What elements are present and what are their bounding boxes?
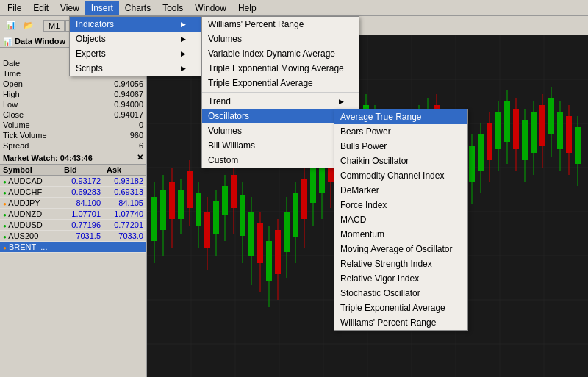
- list-item[interactable]: ● AUS200 7031.5 7033.0: [0, 231, 146, 242]
- svg-rect-44: [266, 241, 272, 281]
- date-label: Date: [0, 58, 76, 68]
- ind-tema[interactable]: Triple Exponential Moving Average: [202, 61, 359, 76]
- tick-volume-label: Tick Volume: [0, 130, 76, 140]
- ind-volumes2-label: Volumes: [208, 126, 242, 136]
- list-item[interactable]: ● AUDCHF 0.69283 0.69313: [0, 187, 146, 198]
- osc-bears[interactable]: Bears Power: [334, 124, 467, 139]
- mw-symbol: ● AUDJPY: [0, 198, 61, 209]
- data-row-tick-volume: Tick Volume 960: [0, 130, 146, 140]
- ind-tea[interactable]: Triple Exponential Average: [202, 76, 359, 90]
- svg-rect-36: [231, 175, 237, 208]
- menu-bar: File Edit View Insert Charts Tools Windo…: [0, 0, 588, 16]
- mw-scroll[interactable]: Symbol Bid Ask ● AUDCAD 0.93172 0.93182 …: [0, 165, 146, 377]
- osc-macd-label: MACD: [340, 215, 366, 225]
- low-value: 0.94000: [76, 99, 146, 109]
- spread-value: 6: [76, 140, 146, 151]
- menu-objects[interactable]: Objects ▶: [70, 32, 201, 46]
- high-value: 0.94067: [76, 89, 146, 99]
- ind-williams[interactable]: Williams' Percent Range: [202, 17, 359, 32]
- osc-force[interactable]: Force Index: [334, 198, 467, 212]
- mw-symbol: ● AUDUSD: [0, 220, 61, 231]
- osc-williams-label: Williams' Percent Range: [340, 317, 436, 328]
- menu-file[interactable]: File: [1, 1, 27, 15]
- osc-tea[interactable]: Triple Exponential Average: [334, 301, 467, 315]
- svg-rect-20: [160, 190, 166, 230]
- mw-table: Symbol Bid Ask ● AUDCAD 0.93172 0.93182 …: [0, 165, 146, 253]
- menu-edit[interactable]: Edit: [27, 1, 54, 15]
- dot-icon: ●: [3, 223, 7, 229]
- list-item[interactable]: ● AUDUSD 0.77196 0.77201: [0, 220, 146, 231]
- dot-icon: ●: [3, 201, 7, 207]
- svg-rect-42: [257, 223, 263, 263]
- osc-williams[interactable]: Williams' Percent Range: [334, 315, 467, 330]
- svg-rect-40: [248, 212, 254, 256]
- mw-header: Market Watch: 04:43:46 ✕: [0, 151, 146, 165]
- svg-rect-94: [487, 123, 492, 160]
- osc-mao-label: Moving Average of Oscillator: [340, 244, 453, 254]
- list-item[interactable]: ● AUDCAD 0.93172 0.93182: [0, 176, 146, 187]
- mw-close-icon[interactable]: ✕: [137, 153, 143, 162]
- tf-m1[interactable]: M1: [43, 20, 65, 32]
- mw-ask: 84.105: [104, 198, 146, 209]
- mw-symbol: ● BRENT_...: [0, 242, 61, 253]
- menu-charts[interactable]: Charts: [119, 1, 157, 15]
- svg-rect-34: [222, 186, 228, 215]
- oscillators-menu: Average True Range Bears Power Bulls Pow…: [334, 109, 468, 331]
- ind-oscillators-label: Oscillators: [208, 111, 249, 121]
- menu-indicators[interactable]: Indicators ▶: [70, 17, 201, 32]
- svg-rect-106: [539, 105, 545, 146]
- dot-icon: ●: [3, 190, 7, 196]
- svg-rect-100: [513, 109, 519, 149]
- osc-demarker[interactable]: DeMarker: [334, 183, 467, 198]
- svg-rect-24: [178, 190, 184, 219]
- mw-title: Market Watch: 04:43:46: [3, 154, 93, 162]
- mw-symbol: ● AUS200: [0, 231, 61, 242]
- osc-momentum[interactable]: Momentum: [334, 227, 467, 242]
- osc-force-label: Force Index: [340, 200, 387, 210]
- ind-trend[interactable]: Trend ▶: [202, 94, 359, 109]
- menu-insert[interactable]: Insert: [85, 1, 119, 15]
- menu-view[interactable]: View: [54, 1, 85, 15]
- indicators-arrow: ▶: [181, 21, 186, 28]
- left-panel: 📊 Data Window AUDCAD,H1 Date 2021.05.19 …: [0, 35, 147, 377]
- osc-stochastic[interactable]: Stochastic Oscillator: [334, 286, 467, 301]
- osc-chaikin[interactable]: Chaikin Oscillator: [334, 154, 467, 168]
- new-chart-btn[interactable]: 📊: [3, 18, 19, 34]
- menu-help[interactable]: Help: [232, 1, 262, 15]
- mw-ask: 0.69313: [104, 187, 146, 198]
- mw-bid: 0.93172: [61, 176, 104, 187]
- menu-experts[interactable]: Experts ▶: [70, 46, 201, 61]
- mw-bid: [61, 242, 104, 253]
- list-item[interactable]: ● AUDNZD 1.07701 1.07740: [0, 209, 146, 220]
- scripts-label: Scripts: [76, 63, 103, 73]
- list-item[interactable]: ● BRENT_...: [0, 242, 146, 253]
- experts-label: Experts: [76, 49, 106, 59]
- ind-volumes[interactable]: Volumes: [202, 32, 359, 46]
- svg-rect-108: [548, 98, 554, 134]
- menu-window[interactable]: Window: [189, 1, 232, 15]
- osc-mao[interactable]: Moving Average of Oscillator: [334, 242, 467, 256]
- svg-rect-48: [284, 212, 290, 252]
- menu-scripts[interactable]: Scripts ▶: [70, 61, 201, 76]
- market-watch: Market Watch: 04:43:46 ✕ Symbol Bid Ask …: [0, 151, 146, 377]
- osc-macd[interactable]: MACD: [334, 212, 467, 227]
- dot-icon: ●: [3, 212, 7, 218]
- svg-rect-30: [204, 212, 210, 248]
- ind-vidya[interactable]: Variable Index Dynamic Average: [202, 46, 359, 61]
- svg-rect-22: [169, 182, 175, 219]
- spread-label: Spread: [0, 140, 76, 151]
- high-label: High: [0, 89, 76, 99]
- osc-bulls[interactable]: Bulls Power: [334, 139, 467, 154]
- menu-tools[interactable]: Tools: [157, 1, 189, 15]
- osc-chaikin-label: Chaikin Oscillator: [340, 156, 409, 166]
- osc-rsi[interactable]: Relative Strength Index: [334, 256, 467, 271]
- osc-cci[interactable]: Commodity Channel Index: [334, 168, 467, 183]
- list-item[interactable]: ● AUDJPY 84.100 84.105: [0, 198, 146, 209]
- osc-rvi[interactable]: Relative Vigor Index: [334, 271, 467, 286]
- ind-volumes-label: Volumes: [208, 34, 242, 44]
- open-btn[interactable]: 📂: [21, 18, 37, 34]
- osc-bears-label: Bears Power: [340, 126, 391, 137]
- osc-atr[interactable]: Average True Range: [334, 109, 467, 124]
- svg-rect-98: [504, 101, 510, 142]
- ind-trend-label: Trend: [208, 96, 231, 107]
